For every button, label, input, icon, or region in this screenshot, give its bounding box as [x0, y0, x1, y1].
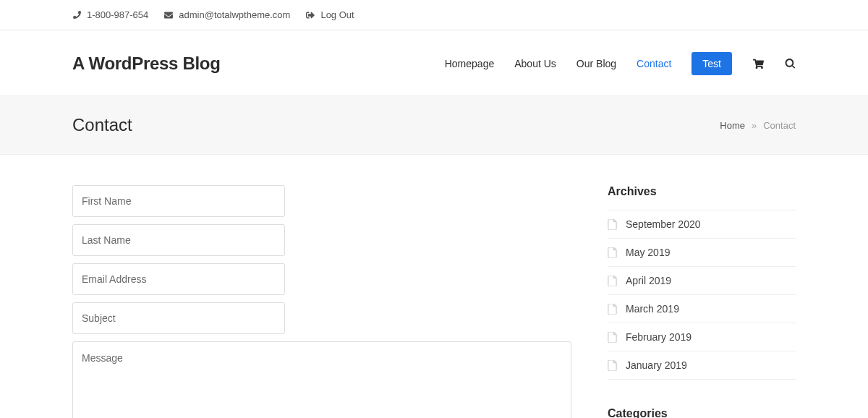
document-icon: [608, 219, 617, 230]
topbar-logout[interactable]: Log Out: [306, 9, 354, 20]
topbar-logout-text: Log Out: [320, 9, 354, 20]
nav-about-us[interactable]: About Us: [514, 58, 556, 69]
archive-item-label: April 2019: [626, 275, 671, 286]
logout-icon: [306, 11, 315, 20]
archive-item-label: March 2019: [626, 303, 679, 315]
topbar-phone-text: 1-800-987-654: [87, 9, 148, 20]
document-icon: [608, 360, 617, 371]
document-icon: [608, 332, 617, 343]
document-icon: [608, 276, 617, 286]
breadcrumb-separator: »: [752, 120, 757, 131]
envelope-icon: [164, 11, 173, 20]
nav-test-button[interactable]: Test: [692, 52, 732, 75]
breadcrumb: Home » Contact: [720, 120, 796, 131]
first-name-input[interactable]: [72, 185, 285, 217]
cart-icon[interactable]: [752, 58, 764, 69]
search-icon[interactable]: [784, 58, 796, 69]
archive-item[interactable]: September 2020: [608, 210, 796, 239]
archive-item-label: September 2020: [626, 218, 701, 230]
archive-item-label: February 2019: [626, 331, 692, 343]
main-nav: Homepage About Us Our Blog Contact Test: [445, 52, 796, 75]
content: Archives September 2020 May 2019 April 2…: [72, 155, 796, 418]
archives-title: Archives: [608, 185, 796, 198]
nav-our-blog[interactable]: Our Blog: [576, 58, 616, 69]
archive-item[interactable]: April 2019: [608, 267, 796, 295]
document-icon: [608, 247, 617, 258]
archive-item[interactable]: January 2019: [608, 351, 796, 380]
archive-item-label: January 2019: [626, 359, 687, 371]
breadcrumb-home[interactable]: Home: [720, 120, 745, 131]
topbar-email-text: admin@totalwptheme.com: [179, 9, 290, 20]
titlebar: Contact Home » Contact: [0, 95, 868, 155]
topbar: 1-800-987-654 admin@totalwptheme.com Log…: [0, 0, 868, 30]
categories-title: Categories: [608, 407, 796, 418]
sidebar: Archives September 2020 May 2019 April 2…: [608, 185, 796, 418]
archive-item[interactable]: February 2019: [608, 323, 796, 351]
last-name-input[interactable]: [72, 224, 285, 256]
nav-homepage[interactable]: Homepage: [445, 58, 495, 69]
phone-icon: [72, 11, 81, 20]
archives-widget: Archives September 2020 May 2019 April 2…: [608, 185, 796, 380]
breadcrumb-current: Contact: [763, 120, 796, 131]
archive-item[interactable]: March 2019: [608, 295, 796, 323]
archive-item-label: May 2019: [626, 247, 670, 258]
topbar-email[interactable]: admin@totalwptheme.com: [164, 9, 290, 20]
topbar-phone[interactable]: 1-800-987-654: [72, 9, 148, 20]
page-title: Contact: [72, 115, 132, 135]
nav-contact[interactable]: Contact: [637, 58, 671, 69]
categories-widget: Categories: [608, 407, 796, 418]
email-input[interactable]: [72, 263, 285, 295]
subject-input[interactable]: [72, 302, 285, 334]
document-icon: [608, 304, 617, 315]
header: A WordPress Blog Homepage About Us Our B…: [0, 30, 868, 95]
archives-list: September 2020 May 2019 April 2019 March…: [608, 210, 796, 380]
archive-item[interactable]: May 2019: [608, 239, 796, 267]
message-input[interactable]: [72, 341, 571, 418]
contact-form: [72, 185, 571, 418]
site-title[interactable]: A WordPress Blog: [72, 54, 221, 74]
